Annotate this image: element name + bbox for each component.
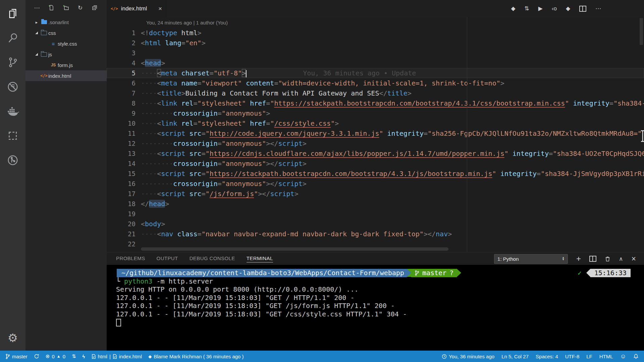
- settings-gear-icon[interactable]: ⚙: [5, 330, 21, 346]
- split-terminal-icon[interactable]: [589, 256, 596, 262]
- sonarlint-icon[interactable]: [5, 79, 21, 95]
- status-gitlens-blame[interactable]: ◆ Blame Mark Richman ( 36 minutes ago ): [148, 354, 244, 359]
- gitlens-icon[interactable]: ◆: [566, 5, 570, 12]
- code-line-17[interactable]: 17····<script src="/js/form.js"></script…: [107, 189, 644, 199]
- more-actions-icon[interactable]: ⋯: [595, 5, 601, 12]
- gitlens-graph-icon[interactable]: ◆: [511, 5, 515, 12]
- kill-terminal-icon[interactable]: [605, 256, 610, 262]
- status-eol[interactable]: LF: [586, 354, 592, 359]
- status-compare[interactable]: ⇅: [72, 353, 76, 359]
- code-line-20[interactable]: 20<body>: [107, 219, 644, 229]
- code-line-9[interactable]: 9········crossorigin="anonymous">: [107, 108, 644, 118]
- code-line-4[interactable]: 4<head>: [107, 58, 644, 68]
- refresh-icon[interactable]: ↻: [77, 4, 84, 11]
- code-line-12[interactable]: 12········crossorigin="anonymous"></scri…: [107, 138, 644, 148]
- close-panel-icon[interactable]: ×: [632, 255, 636, 263]
- status-bar: master ⊗0 ▲0 ⇅ ϟ html | index.html ◆ Bla…: [0, 351, 644, 362]
- code-line-8[interactable]: 8····<link rel="stylesheet" href="https:…: [107, 98, 644, 108]
- line-number: 15: [107, 169, 136, 179]
- status-bolt[interactable]: ϟ: [83, 354, 85, 359]
- search-icon[interactable]: [5, 30, 21, 46]
- terminal-line: 127.0.0.1 - - [11/Mar/2019 15:18:03] "GE…: [116, 302, 644, 310]
- feedback-smiley-icon[interactable]: ☺: [620, 353, 626, 360]
- new-file-icon[interactable]: [48, 4, 55, 11]
- open-changes-icon[interactable]: ‹o: [552, 5, 557, 12]
- status-encoding[interactable]: UTF-8: [565, 354, 580, 359]
- line-number: 9: [107, 108, 136, 118]
- run-icon[interactable]: ▶: [538, 5, 543, 12]
- notifications-bell-icon[interactable]: [633, 354, 639, 359]
- bracket-square-icon[interactable]: [5, 128, 21, 144]
- file-icon: [40, 52, 48, 57]
- split-editor-icon[interactable]: [579, 6, 586, 12]
- line-number: 2: [107, 38, 136, 48]
- explorer-icon[interactable]: [5, 5, 21, 21]
- tree-item-index-html[interactable]: </>index.html: [25, 70, 107, 81]
- sync-icon: [34, 354, 39, 359]
- panel-tab-debug-console[interactable]: DEBUG CONSOLE: [190, 255, 235, 262]
- compare-branches-icon[interactable]: ⇅: [524, 5, 529, 12]
- maximize-panel-icon[interactable]: ∧: [619, 255, 623, 262]
- code-line-16[interactable]: 16········crossorigin="anonymous"></scri…: [107, 179, 644, 189]
- panel-tab-output[interactable]: OUTPUT: [157, 255, 178, 262]
- line-number: 22: [107, 239, 136, 249]
- status-indentation[interactable]: Spaces: 4: [536, 354, 558, 359]
- line-number: 18: [107, 199, 136, 209]
- terminal-cursor: [116, 319, 121, 326]
- source-control-icon[interactable]: [5, 54, 21, 70]
- code-line-6[interactable]: 6····<meta name="viewport" content="widt…: [107, 78, 644, 88]
- status-language-mode[interactable]: HTML: [599, 354, 613, 359]
- powerline-arrow: [407, 269, 411, 277]
- tab-index-html[interactable]: </> index.html ×: [107, 0, 166, 17]
- terminal-select[interactable]: 1: Python ▲▼: [494, 254, 568, 264]
- code-line-2[interactable]: 2<html lang="en">: [107, 38, 644, 48]
- code-line-15[interactable]: 15····<script src="https://stackpath.boo…: [107, 169, 644, 179]
- file-icon: [40, 20, 48, 24]
- editor-actions: ◆ ⇅ ▶ ‹o ◆ ⋯: [511, 0, 644, 17]
- code-line-14[interactable]: 14········crossorigin="anonymous"></scri…: [107, 159, 644, 169]
- tree-item-label: form.js: [58, 62, 73, 68]
- new-terminal-icon[interactable]: +: [576, 255, 581, 263]
- status-linter[interactable]: html | index.html: [92, 354, 142, 359]
- docker-icon[interactable]: [5, 103, 21, 119]
- code-line-13[interactable]: 13····<script src="https://cdnjs.cloudfl…: [107, 148, 644, 159]
- status-authorship[interactable]: You, 36 minutes ago: [442, 354, 494, 359]
- code-line-1[interactable]: 1<!doctype html>: [107, 28, 644, 38]
- panel-tab-problems[interactable]: PROBLEMS: [116, 255, 145, 262]
- mouse-ibeam-pointer: [640, 130, 644, 144]
- more-actions-icon[interactable]: ⋯: [34, 4, 40, 11]
- tree-item-css[interactable]: css: [25, 27, 107, 38]
- status-sync[interactable]: [34, 354, 39, 359]
- tree-item-form-js[interactable]: JSform.js: [25, 60, 107, 70]
- terminal[interactable]: ~/github/linuxacademy/content-lambda-bot…: [107, 265, 644, 351]
- status-cursor-position[interactable]: Ln 5, Col 27: [501, 354, 529, 359]
- error-icon: ⊗: [46, 353, 50, 359]
- tree-item--sonarlint[interactable]: ▸.sonarlint: [25, 17, 107, 27]
- tree-item-js[interactable]: js: [25, 49, 107, 60]
- tab-close-icon[interactable]: ×: [158, 5, 162, 12]
- activity-bar: ⚙: [0, 0, 25, 351]
- pipeline-icon[interactable]: [5, 152, 21, 168]
- code-editor[interactable]: You, 24 minutes ago | 1 author (You) 1<!…: [107, 17, 644, 252]
- code-line-19[interactable]: 19: [107, 209, 644, 219]
- code-line-18[interactable]: 18</head>: [107, 199, 644, 209]
- line-number: 6: [107, 78, 136, 88]
- code-line-11[interactable]: 11····<script src="http://code.jquery.co…: [107, 128, 644, 138]
- code-line-3[interactable]: 3: [107, 48, 644, 58]
- code-line-21[interactable]: 21····<nav class="navbar navbar-expand-m…: [107, 229, 644, 239]
- code-line-5[interactable]: 5····<meta charset="utf-8">You, 36 minut…: [107, 68, 644, 78]
- vertical-scrollbar[interactable]: [640, 18, 643, 45]
- codelens-blame[interactable]: You, 24 minutes ago | 1 author (You): [141, 20, 228, 25]
- code-line-10[interactable]: 10····<link rel="stylesheet" href="/css/…: [107, 118, 644, 128]
- horizontal-scrollbar[interactable]: [141, 247, 448, 251]
- collapse-folders-icon[interactable]: [91, 4, 98, 11]
- terminal-command-line: └ python3 -m http.server: [116, 277, 644, 286]
- status-problems[interactable]: ⊗0 ▲0: [46, 353, 65, 359]
- new-folder-icon[interactable]: [62, 4, 69, 11]
- panel-actions: 1: Python ▲▼ + ∧ ×: [494, 254, 644, 264]
- panel-tab-terminal[interactable]: TERMINAL: [247, 255, 273, 262]
- status-branch[interactable]: master: [5, 354, 28, 359]
- code-line-7[interactable]: 7····<title>Building a Contact Form with…: [107, 88, 644, 98]
- terminal-select-value: 1: Python: [497, 256, 519, 262]
- tree-item-style-css[interactable]: ≡style.css: [25, 38, 107, 49]
